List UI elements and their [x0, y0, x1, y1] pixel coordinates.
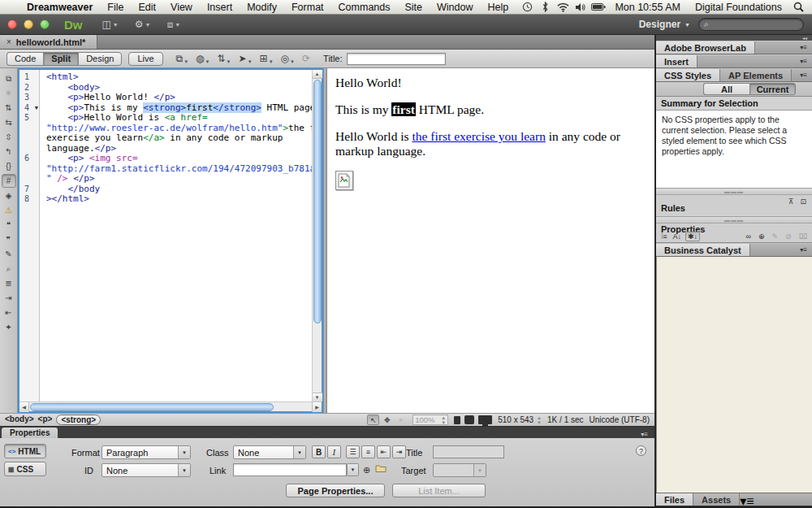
wrap-tag-icon[interactable]: ✎: [2, 247, 16, 261]
current-mode-button[interactable]: Current: [749, 83, 796, 95]
html-mode-button[interactable]: <> HTML: [4, 444, 46, 458]
italic-button[interactable]: I: [327, 445, 341, 458]
tag-selector-item[interactable]: <strong>: [56, 415, 101, 425]
info-bar-icon[interactable]: ⚠: [2, 203, 16, 217]
menu-modify[interactable]: Modify: [240, 2, 284, 13]
properties-panel-tab[interactable]: Properties: [2, 428, 58, 438]
menu-commands[interactable]: Commands: [331, 2, 398, 13]
phone-size-icon[interactable]: [454, 416, 460, 424]
link-input[interactable]: [233, 463, 347, 476]
menu-view[interactable]: View: [163, 2, 200, 13]
attach-stylesheet-icon[interactable]: ∞: [745, 232, 753, 241]
menu-insert[interactable]: Insert: [200, 2, 240, 13]
code-horizontal-scrollbar[interactable]: ◀ ▶: [19, 402, 322, 411]
point-to-file-icon[interactable]: ⊕: [363, 465, 370, 475]
format-select[interactable]: Paragraph ▼: [102, 445, 191, 459]
code-editor[interactable]: <html> <body> <p>Hello World! </p> <p>Th…: [40, 70, 312, 402]
code-view-pane[interactable]: 1234▼5678 <html> <body> <p>Hello World! …: [18, 68, 323, 413]
close-tab-icon[interactable]: ×: [6, 37, 11, 46]
menu-edit[interactable]: Edit: [131, 2, 163, 13]
w3c-validation-icon[interactable]: ➤▼: [239, 53, 253, 64]
design-view-pane[interactable]: Hello World!This is my first HTML page.H…: [327, 68, 654, 413]
outdent-icon[interactable]: ⇤: [2, 306, 16, 319]
zoom-window-button[interactable]: [40, 20, 50, 29]
code-vertical-scrollbar[interactable]: ▲ ▼: [312, 70, 322, 402]
tag-selector-item[interactable]: <p>: [38, 415, 53, 425]
assets-tab[interactable]: Assets: [693, 493, 740, 506]
refresh-design-view-icon[interactable]: ⟳: [302, 53, 310, 64]
doc-title-input[interactable]: [347, 53, 446, 65]
apply-comment-icon[interactable]: ❝: [2, 218, 16, 232]
vertical-scroll-thumb[interactable]: [313, 80, 322, 323]
tablet-size-icon[interactable]: [464, 415, 474, 424]
design-view-button[interactable]: Design: [78, 52, 122, 66]
horizontal-scroll-thumb[interactable]: [30, 403, 274, 411]
document-tab[interactable]: × helloworld.html*: [0, 35, 97, 49]
menu-window[interactable]: Window: [430, 2, 480, 13]
balance-braces-icon[interactable]: {}: [2, 159, 16, 173]
ordered-list-icon[interactable]: ≡: [361, 445, 375, 458]
window-size-select[interactable]: 510 x 543 ▲▼: [498, 415, 542, 425]
page-properties-button[interactable]: Page Properties...: [286, 484, 385, 497]
open-documents-icon[interactable]: ⧉: [2, 72, 16, 85]
tag-selector-item[interactable]: <body>: [5, 415, 34, 425]
scroll-left-icon[interactable]: ◀: [19, 402, 29, 412]
show-set-properties-icon[interactable]: ✱↓: [685, 232, 700, 241]
scroll-down-icon[interactable]: ▼: [313, 393, 322, 402]
css-mode-button[interactable]: ▦ CSS: [4, 462, 46, 476]
collapse-panels-icon[interactable]: ◂◂: [656, 35, 812, 41]
split-view-button[interactable]: Split: [43, 52, 78, 66]
show-current-rules-icon[interactable]: ⊡: [798, 197, 808, 206]
panel-menu-icon[interactable]: ▾≡: [800, 44, 812, 51]
visual-aids-icon[interactable]: ◎▼: [281, 53, 295, 64]
unordered-list-icon[interactable]: ☰: [346, 445, 360, 458]
panel-menu-icon[interactable]: ▾≡: [800, 246, 812, 254]
outdent-icon[interactable]: ⇤: [377, 445, 391, 458]
menubar-user[interactable]: Digital Foundations: [689, 2, 788, 13]
zoom-level-select[interactable]: 100% ▲▼: [412, 415, 448, 425]
multiscreen-preview-icon[interactable]: ⧉▼: [176, 53, 189, 64]
layout-chooser-icon[interactable]: ◫▼: [102, 19, 119, 30]
select-parent-tag-icon[interactable]: ↰: [2, 145, 16, 158]
line-numbers-icon[interactable]: #: [2, 174, 16, 188]
help-search-input[interactable]: ⌕: [698, 18, 804, 31]
css-styles-tab[interactable]: CSS Styles: [656, 69, 720, 81]
panel-menu-icon[interactable]: ▾≡: [800, 58, 812, 65]
remove-comment-icon[interactable]: ❞: [2, 232, 16, 246]
panel-resize-grip[interactable]: ▬▬▬: [656, 189, 812, 195]
insert-tab[interactable]: Insert: [656, 55, 698, 67]
collapse-arrow-icon[interactable]: ▼: [35, 103, 38, 114]
collapse-selection-icon[interactable]: ⇆: [2, 115, 16, 129]
link-dropdown[interactable]: ▼: [347, 463, 359, 476]
ap-elements-tab[interactable]: AP Elements: [720, 69, 792, 81]
show-list-view-icon[interactable]: A↓: [672, 232, 684, 241]
close-window-button[interactable]: [7, 20, 17, 29]
class-select[interactable]: None ▼: [233, 445, 306, 459]
battery-icon[interactable]: [591, 2, 606, 13]
collapse-full-tag-icon[interactable]: ⇅: [2, 101, 16, 115]
new-css-rule-icon[interactable]: ⊕: [757, 232, 767, 241]
menu-format[interactable]: Format: [284, 2, 331, 13]
site-menu-icon[interactable]: ⧈▼: [166, 19, 180, 30]
show-cascade-icon[interactable]: ⊼: [787, 197, 796, 206]
workspace-switcher[interactable]: Designer ▼: [639, 19, 690, 30]
check-browser-compat-icon[interactable]: ⊞▼: [260, 53, 274, 64]
menu-file[interactable]: File: [100, 2, 131, 13]
expand-all-icon[interactable]: ⇳: [2, 130, 16, 144]
menu-dreamweaver[interactable]: Dreamweaver: [19, 2, 100, 13]
panel-resize-grip[interactable]: ▬▬▬: [656, 217, 812, 224]
extensions-icon[interactable]: ⚙▼: [135, 19, 151, 30]
scroll-right-icon[interactable]: ▶: [312, 402, 322, 412]
indent-icon[interactable]: ⇥: [2, 291, 16, 305]
time-machine-icon[interactable]: [520, 2, 534, 13]
all-mode-button[interactable]: All: [703, 83, 749, 95]
hand-tool-icon[interactable]: ✥: [381, 415, 393, 425]
code-navigator-icon[interactable]: ✳: [2, 86, 16, 100]
preview-in-browser-icon[interactable]: ◍▼: [196, 53, 209, 64]
bold-button[interactable]: B: [312, 445, 326, 458]
minimize-window-button[interactable]: [24, 20, 33, 29]
menu-site[interactable]: Site: [398, 2, 430, 13]
file-management-icon[interactable]: ⇅▼: [218, 53, 231, 64]
zoom-tool-icon[interactable]: ⌕: [395, 415, 407, 425]
code-view-button[interactable]: Code: [6, 52, 43, 66]
